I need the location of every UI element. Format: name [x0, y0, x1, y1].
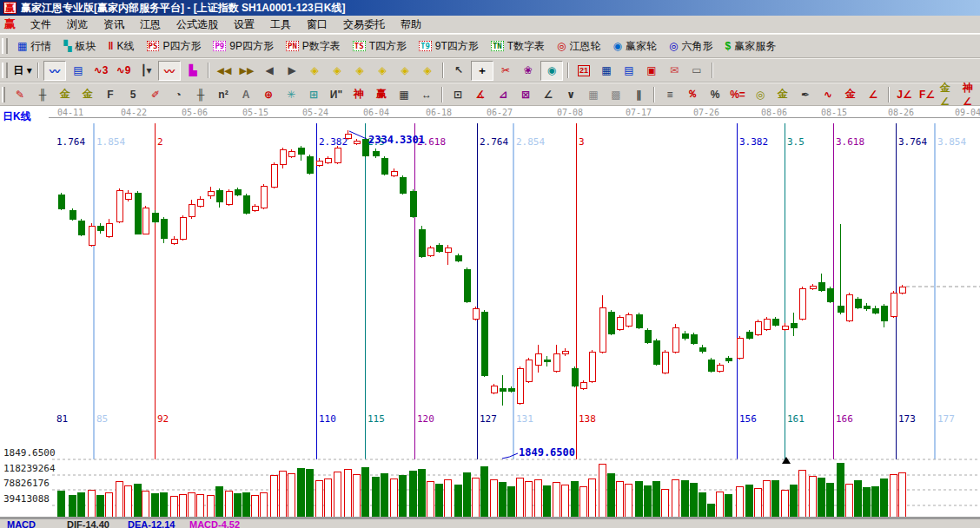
tool-pattern-tool[interactable]: ❀ [518, 62, 539, 80]
tool-last-bar[interactable]: ▶▶ [236, 62, 257, 80]
menu-item-gann[interactable]: 江恩 [132, 16, 169, 33]
menu-item-news[interactable]: 资讯 [96, 16, 132, 33]
tool-hand-tool[interactable]: ↖ [448, 62, 469, 80]
tool-gann-diamond-all[interactable]: ◈ [417, 62, 438, 80]
tool-clock-tool[interactable]: ◔ [168, 85, 189, 103]
tool-next-bar[interactable]: ▶ [281, 62, 302, 80]
tool-volume-histogram[interactable]: ▙ [182, 62, 203, 80]
tool-percent-tool[interactable]: % [705, 85, 725, 103]
toolbar-quotes-button[interactable]: ▦行情 [11, 37, 57, 56]
chart-canvas[interactable]: 04-1104-2205-0605-1505-2406-0406-1806-27… [0, 106, 980, 517]
tool-notes[interactable]: ▤ [619, 62, 639, 80]
tool-f-gate[interactable]: F [100, 85, 121, 103]
tool-ruler-tool[interactable]: ≡ [659, 85, 680, 103]
tool-gann-compass[interactable]: ⊕ [258, 85, 279, 103]
toolbar-kline-button[interactable]: ‖K线 [103, 37, 141, 56]
tool-pen-tool[interactable]: ✎ [10, 85, 30, 103]
tool-parallel-lines[interactable]: ∥ [628, 85, 649, 103]
tool-info-panel[interactable]: ▤ [68, 62, 89, 80]
toolbar-gann-wheel-button[interactable]: ◎江恩轮 [551, 37, 606, 56]
tool-god-gate[interactable]: 神 [348, 85, 369, 103]
tool-gold-gate-2[interactable]: 金 [77, 85, 98, 103]
tool-wave-tool[interactable]: ∿ [818, 85, 838, 103]
tool-gann-fan[interactable]: ∡ [470, 85, 491, 103]
menu-item-browse[interactable]: 浏览 [59, 16, 96, 33]
tool-span-arrows[interactable]: ↔ [416, 85, 437, 103]
tool-pct-line[interactable]: ％ [682, 85, 703, 103]
indicator-name[interactable]: MACD [7, 519, 36, 528]
toolbar-9p-square-button[interactable]: P99P四方形 [207, 37, 280, 56]
tool-fan-box-1[interactable]: ⊿ [493, 85, 513, 103]
tool-calculator[interactable]: ▦ [596, 62, 617, 80]
toolbar-t-number-table-button[interactable]: TNT数字表 [485, 37, 551, 56]
tool-save[interactable]: ▣ [641, 62, 662, 80]
tool-prev-bar[interactable]: ◀ [259, 62, 280, 80]
tool-gann-grid-web[interactable]: ⊞ [303, 85, 324, 103]
tool-j-angle[interactable]: J∠ [894, 85, 915, 103]
tool-gold-angle[interactable]: 金∠ [939, 85, 960, 103]
tool-k-mark[interactable]: И" [326, 85, 347, 103]
tool-time-lines-2[interactable]: ╫ [190, 85, 211, 103]
rocket-tool-icon: ✐ [151, 89, 160, 101]
tool-gold-gate-1[interactable]: 金 [55, 85, 76, 103]
menu-item-window[interactable]: 窗口 [299, 16, 335, 33]
tool-calendar[interactable]: 21 [573, 62, 594, 80]
tool-gold-levels[interactable]: 金 [772, 85, 793, 103]
toolbar-winner-wheel-button[interactable]: ◉赢家轮 [607, 37, 663, 56]
tool-gann-shape-tool[interactable]: ◉ [540, 61, 563, 81]
menu-item-trade[interactable]: 交易委托 [335, 16, 393, 33]
tool-candle-style-dropdown[interactable]: ┃▾ [136, 62, 156, 80]
tool-gann-diamond-right[interactable]: ◈ [327, 62, 348, 80]
tool-mail[interactable]: ✉ [664, 62, 685, 80]
price-pointer-line [502, 453, 518, 459]
tool-first-bar[interactable]: ◀◀ [214, 62, 235, 80]
tool-f-angle[interactable]: F∠ [917, 85, 937, 103]
tool-period-day-dropdown[interactable]: 日 ▾ [12, 62, 33, 80]
menu-item-settings[interactable]: 设置 [226, 16, 262, 33]
menu-item-formula-pick[interactable]: 公式选股 [169, 16, 226, 33]
tool-fan-box-2[interactable]: ⊠ [515, 85, 536, 103]
tool-time-lines-1[interactable]: ╫ [32, 85, 53, 103]
tool-pen-note[interactable]: ✒ [795, 85, 816, 103]
volume-bar [745, 485, 752, 517]
menu-item-help[interactable]: 帮助 [393, 16, 429, 33]
toolbar-sectors-button[interactable]: ▚板块 [57, 37, 102, 56]
tool-spiral-5[interactable]: 5 [122, 85, 143, 103]
tool-gann-web[interactable]: ✳ [281, 85, 301, 103]
tool-gann-diamond-left[interactable]: ◈ [304, 62, 325, 80]
tool-grid-small[interactable]: ▦ [583, 85, 604, 103]
tool-trend-angle[interactable]: ∠ [538, 85, 559, 103]
tool-grid-arrow[interactable]: ▩ [606, 85, 626, 103]
gann-diamond-in-icon: ◈ [378, 64, 386, 76]
tool-chart-red-tool[interactable]: 〰 [158, 61, 181, 81]
tool-angle-line[interactable]: ∠ [863, 85, 884, 103]
toolbar-hexagon-button[interactable]: ◎六角形 [663, 37, 718, 56]
tool-gold-line[interactable]: 金 [840, 85, 861, 103]
tool-chart-3min[interactable]: ∿3 [90, 62, 111, 80]
toolbar-winner-service-button[interactable]: $赢家服务 [719, 37, 783, 56]
toolbar-9t-square-button[interactable]: T99T四方形 [413, 37, 485, 56]
tool-cut-tool[interactable]: ✂ [495, 62, 516, 80]
toolbar-p-number-table-button[interactable]: PNP数字表 [280, 37, 347, 56]
tool-rocket-tool[interactable]: ✐ [145, 85, 166, 103]
tool-v-wave[interactable]: ∨ [560, 85, 581, 103]
tool-grid-123[interactable]: ▦ [394, 85, 414, 103]
tool-crosshair-tool[interactable]: ＋ [471, 61, 493, 81]
tool-gann-diamond-both[interactable]: ◈ [349, 62, 370, 80]
tool-gold-circle[interactable]: ◎ [750, 85, 771, 103]
tool-gann-diamond-out[interactable]: ◈ [394, 62, 415, 80]
tool-god-angle[interactable]: 神∠ [962, 85, 980, 103]
tool-pct-levels[interactable]: %= [727, 85, 748, 103]
menu-item-file[interactable]: 文件 [23, 16, 59, 33]
tool-win-gate[interactable]: 赢 [371, 85, 392, 103]
toolbar-p-square-button[interactable]: PSP四方形 [141, 37, 208, 56]
tool-n-square[interactable]: n² [213, 85, 234, 103]
menu-item-tools[interactable]: 工具 [262, 16, 299, 33]
tool-print[interactable]: ▭ [686, 62, 707, 80]
tool-gann-diamond-in[interactable]: ◈ [372, 62, 393, 80]
tool-chart-9min[interactable]: ∿9 [113, 62, 134, 80]
tool-a-angle[interactable]: A [235, 85, 256, 103]
tool-box-tool[interactable]: ⊡ [447, 85, 468, 103]
toolbar-t-square-button[interactable]: TST四方形 [347, 37, 413, 56]
tool-chart-blue-tool[interactable]: 〰 [43, 61, 66, 81]
